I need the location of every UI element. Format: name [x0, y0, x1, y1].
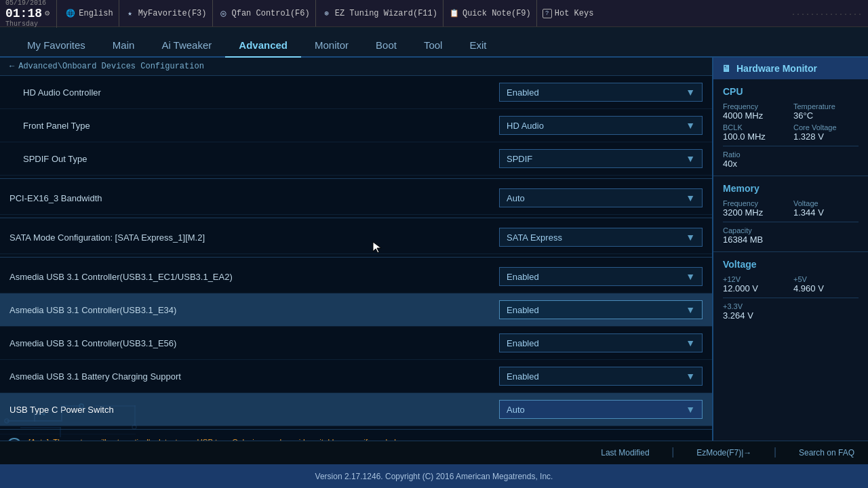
- usb-type-c-value: Auto: [507, 405, 525, 415]
- settings-content: ← Advanced\Onboard Devices Configuration…: [0, 58, 712, 441]
- mem-voltage-label: Voltage: [793, 199, 859, 207]
- spdif-label: SPDIF Out Type: [9, 154, 499, 164]
- battery-charging-label: Asmedia USB 3.1 Battery Charging Support: [9, 371, 499, 382]
- setting-asmedia-ec1[interactable]: Asmedia USB 3.1 Controller(USB3.1_EC1/US…: [0, 260, 712, 293]
- breadcrumb: ← Advanced\Onboard Devices Configuration: [0, 58, 712, 76]
- front-panel-value: HD Audio: [507, 121, 544, 131]
- language-section[interactable]: 🌐 English: [60, 0, 119, 26]
- usb-type-c-dropdown[interactable]: Auto ▼: [499, 400, 703, 419]
- memory-section: Memory Frequency 3200 MHz Voltage 1.344 …: [713, 176, 868, 252]
- setting-hd-audio[interactable]: HD Audio Controller Enabled ▼: [0, 76, 712, 109]
- asmedia-ec1-label: Asmedia USB 3.1 Controller(USB3.1_EC1/US…: [9, 272, 499, 282]
- qfan-label: Qfan Control(F6): [232, 9, 310, 18]
- v5-value: 4.960 V: [793, 283, 859, 293]
- tab-exit[interactable]: Exit: [456, 34, 500, 58]
- setting-sata-mode[interactable]: SATA Mode Configuration: [SATA Express_1…: [0, 221, 712, 254]
- asmedia-e56-dropdown[interactable]: Enabled ▼: [499, 333, 703, 352]
- time-label: 01:18: [5, 7, 42, 20]
- circuit-decoration: [0, 400, 170, 441]
- tab-advanced[interactable]: Advanced: [225, 34, 301, 58]
- mem-capacity-row: Capacity 16384 MB: [723, 226, 859, 245]
- setting-asmedia-e56[interactable]: Asmedia USB 3.1 Controller(USB3.1_E56) E…: [0, 327, 712, 360]
- setting-front-panel[interactable]: Front Panel Type HD Audio ▼: [0, 109, 712, 142]
- tab-ai-tweaker[interactable]: Ai Tweaker: [148, 34, 225, 58]
- hotkeys-section[interactable]: ? Hot Keys: [537, 0, 599, 26]
- setting-asmedia-e34[interactable]: Asmedia USB 3.1 Controller(USB3.1_E34) E…: [0, 293, 712, 327]
- hw-monitor-header: 🖥 Hardware Monitor: [713, 58, 868, 79]
- date-label: 05/19/2016: [5, 0, 50, 7]
- cpu-frequency-value: 4000 MHz: [723, 110, 788, 121]
- asmedia-e56-label: Asmedia USB 3.1 Controller(USB3.1_E56): [9, 338, 499, 348]
- pci-bandwidth-label: PCI-EX16_3 Bandwidth: [9, 193, 499, 203]
- divider-3: [0, 257, 712, 258]
- separator-2: |: [772, 447, 778, 459]
- asmedia-e34-dropdown[interactable]: Enabled ▼: [499, 300, 703, 319]
- mem-frequency-row: Frequency 3200 MHz: [723, 199, 788, 218]
- mem-frequency-value: 3200 MHz: [723, 207, 788, 218]
- myfavorite-section[interactable]: ★ MyFavorite(F3): [119, 0, 213, 26]
- setting-spdif[interactable]: SPDIF Out Type SPDIF ▼: [0, 142, 712, 176]
- cpu-ratio-row: Ratio 40x: [723, 150, 859, 169]
- cpu-temperature-label: Temperature: [793, 102, 859, 110]
- cpu-bclk-label: BCLK: [723, 123, 788, 131]
- front-panel-dropdown[interactable]: HD Audio ▼: [499, 116, 703, 135]
- language-label: English: [79, 9, 113, 18]
- svg-rect-8: [134, 405, 136, 426]
- last-modified-btn[interactable]: Last Modified: [601, 448, 649, 458]
- version-text: Version 2.17.1246. Copyright (C) 2016 Am…: [315, 472, 553, 481]
- hd-audio-dropdown[interactable]: Enabled ▼: [499, 83, 703, 102]
- pci-bandwidth-value: Auto: [507, 193, 525, 203]
- qfan-section[interactable]: ◎ Qfan Control(F6): [213, 0, 316, 26]
- sata-mode-dropdown[interactable]: SATA Express ▼: [499, 228, 703, 247]
- setting-battery-charging[interactable]: Asmedia USB 3.1 Battery Charging Support…: [0, 360, 712, 393]
- dropdown-arrow-icon: ▼: [686, 153, 695, 164]
- pci-bandwidth-dropdown[interactable]: Auto ▼: [499, 188, 703, 207]
- voltage-grid: +12V 12.000 V +5V 4.960 V: [723, 275, 859, 293]
- cpu-core-voltage-row: Core Voltage 1.328 V: [793, 123, 859, 142]
- front-panel-label: Front Panel Type: [9, 121, 499, 131]
- ez-mode-btn[interactable]: EzMode(F7)|→: [696, 448, 751, 458]
- svg-rect-1: [61, 407, 62, 422]
- tab-tool[interactable]: Tool: [410, 34, 456, 58]
- setting-pci-bandwidth[interactable]: PCI-EX16_3 Bandwidth Auto ▼: [0, 182, 712, 215]
- spdif-dropdown[interactable]: SPDIF ▼: [499, 149, 703, 168]
- memory-section-title: Memory: [723, 183, 859, 194]
- sata-mode-label: SATA Mode Configuration: [SATA Express_1…: [9, 232, 499, 243]
- settings-list: HD Audio Controller Enabled ▼ Front Pane…: [0, 76, 712, 426]
- bottom-bar: Last Modified | EzMode(F7)|→ | Search on…: [0, 441, 868, 464]
- v33-row: +3.3V 3.264 V: [723, 302, 859, 321]
- cpu-section: CPU Frequency 4000 MHz Temperature 36°C …: [713, 79, 868, 176]
- mem-voltage-value: 1.344 V: [793, 207, 859, 218]
- asmedia-ec1-dropdown[interactable]: Enabled ▼: [499, 267, 703, 286]
- svg-point-12: [43, 413, 45, 415]
- svg-rect-5: [20, 427, 61, 428]
- battery-charging-dropdown[interactable]: Enabled ▼: [499, 367, 703, 386]
- quick-note-section[interactable]: 📋 Quick Note(F9): [443, 0, 537, 26]
- ez-tuning-section[interactable]: ⊛ EZ Tuning Wizard(F11): [316, 0, 443, 26]
- cpu-ratio-label: Ratio: [723, 150, 859, 159]
- v33-value: 3.264 V: [723, 310, 859, 321]
- tab-boot[interactable]: Boot: [362, 34, 410, 58]
- gear-icon: ⚙: [45, 8, 50, 18]
- cpu-frequency-label: Frequency: [723, 102, 788, 110]
- v12-label: +12V: [723, 275, 788, 283]
- dropdown-arrow-icon: ▼: [686, 271, 695, 282]
- quick-note-label: Quick Note(F9): [462, 9, 531, 18]
- tab-monitor[interactable]: Monitor: [301, 34, 362, 58]
- mem-capacity-label: Capacity: [723, 226, 859, 235]
- hotkeys-label: Hot Keys: [555, 9, 594, 18]
- svg-rect-2: [61, 405, 81, 407]
- back-arrow-icon[interactable]: ←: [9, 62, 14, 71]
- main-area: ← Advanced\Onboard Devices Configuration…: [0, 58, 868, 441]
- tab-main[interactable]: Main: [99, 34, 149, 58]
- hotkeys-icon: ?: [542, 9, 552, 18]
- asmedia-e34-label: Asmedia USB 3.1 Controller(USB3.1_E34): [9, 305, 499, 315]
- mem-capacity-value: 16384 MB: [723, 235, 859, 245]
- hardware-monitor-panel: 🖥 Hardware Monitor CPU Frequency 4000 MH…: [712, 58, 868, 441]
- dropdown-arrow-icon: ▼: [686, 404, 695, 415]
- datetime-section: 05/19/2016 01:18 ⚙ Thursday: [5, 0, 57, 28]
- search-faq-btn[interactable]: Search on FAQ: [799, 448, 854, 458]
- memory-grid: Frequency 3200 MHz Voltage 1.344 V: [723, 199, 859, 218]
- tab-my-favorites[interactable]: My Favorites: [14, 34, 99, 58]
- cpu-core-voltage-value: 1.328 V: [793, 131, 859, 142]
